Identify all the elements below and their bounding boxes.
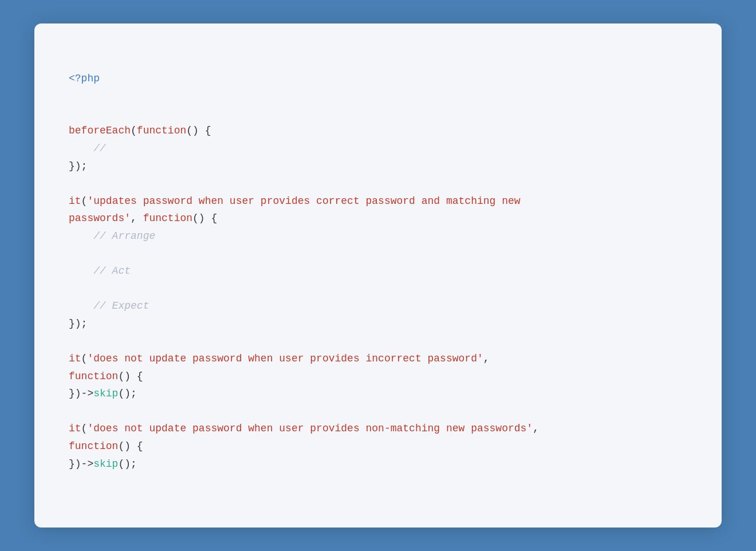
function-keyword-1: function <box>137 125 186 136</box>
function-keyword-3: function <box>69 371 118 382</box>
comment-act: // Act <box>93 265 131 277</box>
comment-arrange: // Arrange <box>93 230 155 242</box>
skip-method-2: skip <box>93 458 118 470</box>
function-keyword-2: function <box>143 212 192 224</box>
comment-empty: // <box>93 143 106 154</box>
it-fn-1: it <box>69 195 81 207</box>
it-fn-2: it <box>69 353 81 364</box>
before-each-fn: beforeEach <box>69 125 131 136</box>
code-content: <?php beforeEach(function() { // }); it(… <box>69 52 687 490</box>
it-string-3: 'does not update password when user prov… <box>87 423 533 434</box>
it-fn-3: it <box>69 423 81 434</box>
comment-expect: // Expect <box>93 300 149 312</box>
it-string-2: 'does not update password when user prov… <box>87 353 483 364</box>
skip-method-1: skip <box>93 388 118 399</box>
php-open-tag: <?php <box>69 73 100 84</box>
function-keyword-4: function <box>69 440 118 452</box>
code-window: <?php beforeEach(function() { // }); it(… <box>34 23 722 528</box>
